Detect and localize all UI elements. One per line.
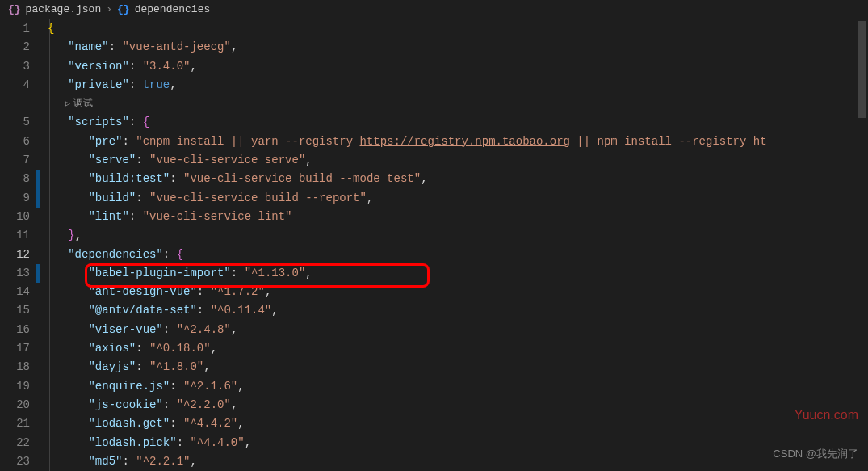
code-line[interactable]: "lint": "vue-cli-service lint" [48, 208, 868, 226]
code-line[interactable]: "build:test": "vue-cli-service build --m… [48, 170, 868, 188]
code-token: "md5" [88, 455, 122, 468]
code-line[interactable]: { [48, 19, 868, 38]
code-token: { [143, 116, 149, 128]
line-number: 13 [0, 264, 30, 283]
code-editor[interactable]: 1234567891011121314151617181920212223 { … [0, 19, 868, 471]
code-token: "vue-cli-service serve" [149, 153, 305, 166]
attribution-text: CSDN @我先润了 [773, 447, 858, 461]
line-number-gutter: 1234567891011121314151617181920212223 [0, 19, 44, 471]
code-token: "vue-cli-service build --report" [149, 191, 367, 204]
line-number: 11 [0, 226, 30, 245]
code-line[interactable]: "lodash.pick": "^4.4.0", [48, 434, 868, 452]
code-token: "scripts" [68, 116, 129, 128]
code-token: "@antv/data-set" [88, 304, 196, 317]
code-token: "dependencies" [68, 248, 163, 261]
line-number: 22 [0, 434, 30, 452]
code-token: , [190, 60, 196, 73]
code-token: { [48, 22, 54, 35]
scrollbar-thumb[interactable] [858, 21, 866, 118]
code-token: , [305, 267, 312, 280]
code-line[interactable]: "viser-vue": "^2.4.8", [48, 321, 868, 339]
vertical-scrollbar[interactable] [857, 19, 868, 471]
code-token: "3.4.0" [143, 60, 191, 73]
code-token: : [129, 78, 143, 91]
code-token: "^2.2.1" [136, 455, 190, 468]
code-line[interactable]: "build": "vue-cli-service build --report… [48, 189, 868, 208]
code-token: , [367, 191, 373, 204]
code-line[interactable]: "scripts": { [48, 113, 868, 132]
code-token: "lodash.get" [88, 417, 170, 430]
line-number: 6 [0, 132, 30, 151]
code-token: "viser-vue" [88, 323, 162, 336]
code-token: : [163, 398, 177, 411]
code-token: "version" [68, 60, 129, 73]
code-token: "cnpm install || yarn --registry [136, 135, 359, 148]
code-token: , [237, 417, 244, 430]
gutter-change-marker [36, 264, 40, 283]
debug-code-lens[interactable]: ▷调试 [48, 95, 868, 113]
code-line[interactable]: "private": true, [48, 76, 868, 95]
line-number: 15 [0, 301, 30, 320]
line-number: 23 [0, 452, 30, 471]
code-token: , [265, 285, 271, 298]
code-token: : [170, 417, 183, 430]
line-number: 20 [0, 396, 30, 414]
code-token: : [170, 172, 183, 185]
gutter-change-marker [36, 189, 40, 208]
line-number: 2 [0, 38, 30, 57]
code-line[interactable]: "enquire.js": "^2.1.6", [48, 377, 868, 396]
breadcrumb[interactable]: {} package.json › {} dependencies [0, 0, 868, 19]
json-file-icon: {} [8, 3, 21, 15]
code-line[interactable]: "babel-plugin-import": "^1.13.0", [48, 264, 868, 283]
code-line[interactable]: "ant-design-vue": "^1.7.2", [48, 283, 868, 301]
breadcrumb-path[interactable]: dependencies [135, 3, 211, 15]
code-line[interactable]: "version": "3.4.0", [48, 57, 868, 76]
code-line[interactable]: "dayjs": "^1.8.0", [48, 358, 868, 376]
code-line[interactable]: "md5": "^2.2.1", [48, 452, 868, 471]
code-token: , [271, 304, 278, 317]
line-number: 14 [0, 283, 30, 301]
code-line[interactable]: "axios": "^0.18.0", [48, 339, 868, 358]
breadcrumb-file[interactable]: package.json [26, 3, 102, 15]
code-token: : [109, 40, 123, 53]
code-line[interactable]: "serve": "vue-cli-service serve", [48, 151, 868, 170]
debug-label[interactable]: 调试 [73, 95, 93, 113]
code-token: , [75, 229, 82, 242]
code-line[interactable]: "name": "vue-antd-jeecg", [48, 38, 868, 57]
line-number: 19 [0, 377, 30, 396]
code-token: : [170, 380, 183, 393]
code-token: "^2.2.0" [177, 398, 231, 411]
code-line[interactable]: "dependencies": { [48, 246, 868, 264]
code-line[interactable]: }, [48, 226, 868, 245]
code-token: } [68, 229, 74, 242]
code-token: "enquire.js" [88, 380, 170, 393]
code-token: "pre" [88, 135, 122, 148]
code-token: : [177, 436, 191, 449]
code-line[interactable]: "@antv/data-set": "^0.11.4", [48, 301, 868, 320]
code-token: true [143, 78, 170, 91]
code-token: "^0.18.0" [149, 342, 211, 355]
code-token: "lint" [88, 210, 128, 223]
code-token: "^1.7.2" [211, 285, 265, 298]
code-token: "vue-cli-service build --mode test" [183, 172, 421, 185]
code-token: "vue-antd-jeecg" [122, 40, 230, 53]
code-area[interactable]: { "name": "vue-antd-jeecg", "version": "… [44, 19, 868, 471]
code-line[interactable]: "pre": "cnpm install || yarn --registry … [48, 132, 868, 151]
code-token: "serve" [88, 153, 136, 166]
code-token: : [136, 342, 149, 355]
code-token: , [190, 455, 196, 468]
code-token: "^1.8.0" [149, 360, 203, 373]
code-token: , [231, 398, 237, 411]
code-token: "vue-cli-service lint" [143, 210, 292, 223]
line-number: 10 [0, 208, 30, 226]
code-token: : [129, 60, 143, 73]
code-token: "^4.4.0" [190, 436, 244, 449]
line-number: 18 [0, 358, 30, 376]
line-number: 16 [0, 321, 30, 339]
code-token: "^1.13.0" [245, 267, 306, 280]
code-line[interactable]: "js-cookie": "^2.2.0", [48, 396, 868, 414]
code-token: : [197, 285, 211, 298]
code-line[interactable]: "lodash.get": "^4.4.2", [48, 414, 868, 433]
chevron-right-icon: › [106, 3, 112, 15]
code-token: , [237, 380, 244, 393]
